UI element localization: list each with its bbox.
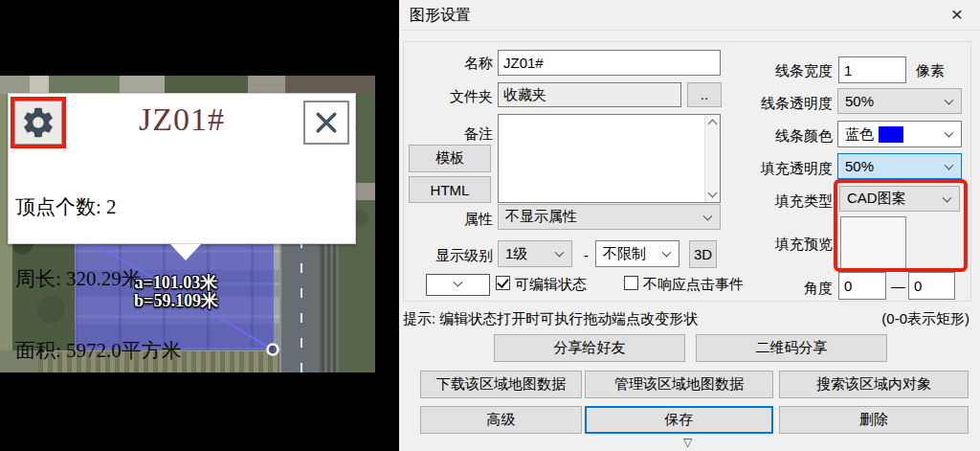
chevron-down-icon: [945, 128, 954, 138]
area-line: 面积: 5972.0平方米: [15, 339, 182, 363]
edit-tip: 提示: 编辑状态打开时可执行拖动端点改变形状: [403, 310, 698, 328]
scroll-down-icon[interactable]: [708, 189, 718, 198]
vertex-count-line: 顶点个数: 2: [15, 195, 182, 219]
gear-icon: [20, 104, 56, 141]
attribute-dropdown[interactable]: 不显示属性: [498, 204, 721, 230]
popup-close-button[interactable]: [303, 101, 349, 145]
graphic-settings-dialog: 图形设置 × 名称 文件夹 .. 备注 模板 HTML 属性 不显示属性 显示级…: [399, 0, 980, 451]
settings-highlight-box: [11, 97, 66, 148]
search-objects-button[interactable]: 搜索该区域内对象: [779, 371, 969, 398]
map-top-band: [0, 76, 375, 94]
delete-button[interactable]: 删除: [779, 406, 969, 434]
name-input[interactable]: [498, 50, 721, 76]
fill-alpha-label: 填充透明度: [737, 160, 833, 178]
line-alpha-value: 50%: [845, 93, 874, 109]
scroll-more-indicator: ▽: [683, 436, 692, 449]
satellite-map[interactable]: a=101.03米 b=59.109米 JZ01# 顶点个数: 2: [0, 76, 375, 372]
attribute-value: 不显示属性: [505, 208, 577, 226]
download-map-button[interactable]: 下载该区域地图数据: [420, 371, 582, 398]
dialog-title: 图形设置: [410, 6, 471, 26]
popup-title: JZ01#: [66, 101, 298, 138]
line-width-input[interactable]: [838, 56, 906, 83]
noclick-label: 不响应点击事件: [643, 276, 744, 294]
settings-button[interactable]: [14, 101, 62, 145]
dialog-close-button[interactable]: ×: [946, 3, 969, 26]
angle-dash: —: [891, 278, 905, 294]
display-level-label: 显示级别: [399, 247, 493, 265]
line-color-swatch: [879, 126, 903, 143]
save-button[interactable]: 保存: [585, 406, 773, 434]
browse-folder-button[interactable]: ..: [687, 82, 722, 107]
screen: a=101.03米 b=59.109米 JZ01# 顶点个数: 2: [0, 0, 980, 451]
line-width-label: 线条宽度: [737, 62, 833, 80]
advanced-button[interactable]: 高级: [420, 406, 582, 434]
3d-button[interactable]: 3D: [689, 240, 717, 268]
feature-info-popup: JZ01# 顶点个数: 2 周长: 320.29米 面积: 5972.0平方米 …: [8, 93, 356, 244]
fill-type-value: CAD图案: [847, 190, 906, 208]
chevron-down-icon: [945, 160, 954, 169]
fill-alpha-dropdown[interactable]: 50%: [837, 153, 962, 179]
perimeter-line: 周长: 320.29米: [15, 267, 182, 291]
level-from-dropdown[interactable]: 1级: [498, 240, 572, 267]
attribute-label: 属性: [428, 211, 493, 229]
line-alpha-dropdown[interactable]: 50%: [837, 88, 962, 114]
angle-label: 角度: [775, 280, 833, 298]
level-separator: -: [584, 247, 589, 263]
line-color-dropdown[interactable]: 蓝色: [837, 121, 962, 147]
scroll-up-icon[interactable]: [708, 120, 718, 129]
chevron-down-icon: [662, 248, 672, 258]
folder-label: 文件夹: [428, 88, 493, 106]
folder-input[interactable]: [498, 82, 681, 107]
chevron-down-icon: [454, 278, 463, 287]
angle-to-input[interactable]: [908, 272, 955, 300]
fill-alpha-value: 50%: [845, 158, 874, 174]
angle-from-input[interactable]: [838, 272, 886, 300]
template-button[interactable]: 模板: [409, 145, 491, 172]
fill-preview-box: [840, 216, 906, 269]
name-label: 名称: [428, 55, 493, 73]
title-divider: [399, 30, 980, 31]
note-label: 备注: [428, 125, 493, 144]
line-width-unit: 像素: [916, 62, 945, 80]
level-from-value: 1级: [505, 245, 527, 263]
chevron-down-icon: [703, 211, 713, 220]
line-alpha-label: 线条透明度: [737, 95, 833, 113]
rect-note: (0-0表示矩形): [830, 310, 969, 328]
share-friend-button[interactable]: 分享给好友: [494, 334, 685, 362]
share-qr-button[interactable]: 二维码分享: [696, 334, 887, 362]
fill-type-dropdown[interactable]: CAD图案: [839, 186, 960, 212]
chevron-down-icon: [943, 192, 952, 202]
editable-label: 可编辑状态: [515, 276, 587, 294]
chevron-down-icon: [945, 95, 954, 104]
line-color-value: 蓝色: [845, 125, 874, 144]
noclick-checkbox[interactable]: [624, 276, 638, 290]
close-icon: [313, 109, 340, 136]
expand-more-button[interactable]: [426, 274, 490, 296]
note-textarea[interactable]: [498, 114, 721, 203]
editable-checkbox[interactable]: [496, 276, 510, 290]
popup-attributes: 顶点个数: 2 周长: 320.29米 面积: 5972.0平方米 8.958(…: [15, 147, 182, 372]
fill-type-label: 填充类型: [737, 192, 833, 211]
level-to-dropdown[interactable]: 不限制: [595, 240, 679, 267]
note-scrollbar[interactable]: [704, 115, 720, 202]
level-to-value: 不限制: [603, 245, 646, 263]
line-color-label: 线条颜色: [737, 127, 833, 146]
html-button[interactable]: HTML: [409, 176, 491, 203]
fill-preview-label: 填充预览: [737, 236, 833, 254]
chevron-down-icon: [555, 248, 565, 258]
manage-map-button[interactable]: 管理该区域地图数据: [585, 371, 773, 398]
